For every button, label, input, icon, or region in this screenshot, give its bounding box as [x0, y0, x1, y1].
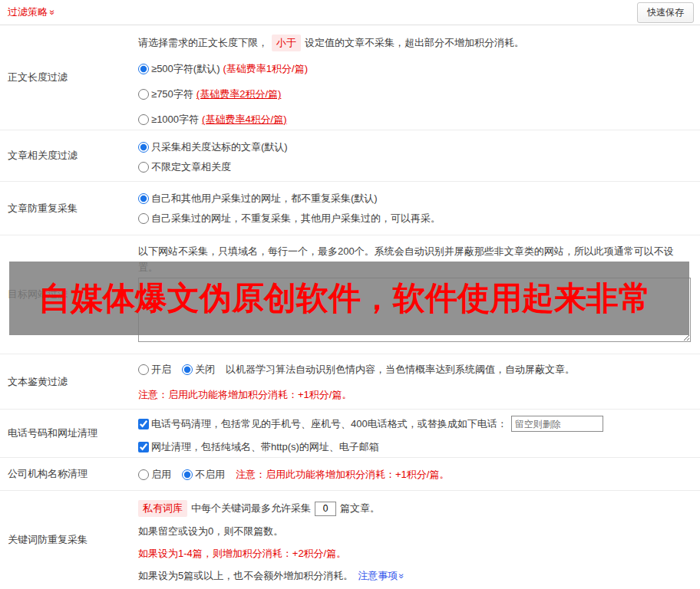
- watermark-banner: 自媒体爆文伪原创软件，软件使用起来非常: [9, 262, 689, 335]
- option-text: ≥500字符(默认): [151, 61, 220, 77]
- quick-save-button[interactable]: 快速保存: [637, 2, 694, 23]
- keyword-limit-suffix: 篇文章。: [340, 501, 380, 516]
- radio-option-company-enable[interactable]: 启用: [138, 467, 171, 482]
- keyword-note-5plus: 如果设为5篇或以上，也不会额外增加积分消耗。 注意事项 »: [138, 568, 691, 584]
- radio-500-chars[interactable]: [138, 64, 149, 74]
- radio-option-porn-off[interactable]: 关闭: [182, 362, 215, 377]
- porn-filter-description: 以机器学习算法自动识别色情内容，当色情概率达到系统阈值，自动屏蔽文章。: [226, 362, 575, 377]
- row-content: 开启 关闭 以机器学习算法自动识别色情内容，当色情概率达到系统阈值，自动屏蔽文章…: [130, 354, 700, 409]
- body-length-intro: 请选择需求的正文长度下限， 小于 设定值的文章不采集，超出部分不增加积分消耗。: [138, 35, 691, 51]
- radio-750-chars[interactable]: [138, 89, 149, 100]
- option-text: 网址清理，包括纯域名、带http(s)的网址、电子邮箱: [151, 439, 379, 455]
- row-label-body-length: 正文长度过滤: [0, 25, 130, 130]
- keyword-limit-text: 中每个关键词最多允许采集: [191, 501, 311, 516]
- company-cleanup-options: 启用 不启用 注意：启用此功能将增加积分消耗：+1积分/篇。: [138, 467, 691, 482]
- row-keyword-dedup: 关键词防重复采集 私有词库 中每个关键词最多允许采集 篇文章。 如果留空或设为0…: [0, 491, 700, 589]
- radio-option-500-chars[interactable]: ≥500字符(默认) (基础费率1积分/篇): [138, 61, 691, 77]
- radio-option-1000-chars[interactable]: ≥1000字符 (基础费率4积分/篇): [138, 112, 691, 127]
- less-than-highlight: 小于: [272, 35, 301, 51]
- row-content: 自己和其他用户采集过的网址，都不重复采集(默认) 自己采集过的网址，不重复采集，…: [130, 182, 700, 235]
- radio-company-enable[interactable]: [138, 469, 149, 480]
- option-text: 启用: [151, 467, 171, 482]
- row-dedup-collection: 文章防重复采集 自己和其他用户采集过的网址，都不重复采集(默认) 自己采集过的网…: [0, 182, 700, 235]
- row-content: 启用 不启用 注意：启用此功能将增加积分消耗：+1积分/篇。: [130, 458, 700, 490]
- checkbox-url-cleanup[interactable]: [138, 442, 149, 452]
- radio-dedup-self-only[interactable]: [138, 213, 149, 224]
- option-text: ≥1000字符: [151, 112, 199, 127]
- keyword-limit-line: 私有词库 中每个关键词最多允许采集 篇文章。: [138, 500, 691, 517]
- row-relevance-filter: 文章相关度过滤 只采集相关度达标的文章(默认) 不限定文章相关度: [0, 130, 700, 182]
- radio-dedup-all-users[interactable]: [138, 193, 149, 204]
- row-label-phone-url: 电话号码和网址清理: [0, 410, 130, 457]
- row-company-name-cleanup: 公司机构名称清理 启用 不启用 注意：启用此功能将增加积分消耗：+1积分/篇。: [0, 458, 700, 491]
- radio-option-porn-on[interactable]: 开启: [138, 362, 171, 377]
- row-label-company: 公司机构名称清理: [0, 458, 130, 490]
- chevron-double-down-icon: »: [48, 10, 57, 15]
- notes-link[interactable]: 注意事项: [358, 568, 398, 584]
- intro-pre-text: 请选择需求的正文长度下限，: [138, 35, 268, 51]
- keyword-count-input[interactable]: [315, 502, 336, 516]
- option-text: 关闭: [195, 362, 215, 377]
- option-text: 不启用: [195, 467, 225, 482]
- radio-company-disable[interactable]: [182, 469, 193, 480]
- filter-strategy-toggle[interactable]: 过滤策略 »: [8, 5, 55, 19]
- porn-filter-options: 开启 关闭 以机器学习算法自动识别色情内容，当色情概率达到系统阈值，自动屏蔽文章…: [138, 362, 691, 377]
- radio-option-relevance-strict[interactable]: 只采集相关度达标的文章(默认): [138, 140, 691, 155]
- filter-settings-page: 过滤策略 » 快速保存 正文长度过滤 请选择需求的正文长度下限， 小于 设定值的…: [0, 0, 700, 589]
- checkbox-option-phone-cleanup[interactable]: 电话号码清理，包括常见的手机号、座机号、400电话格式，或替换成如下电话：: [138, 416, 507, 432]
- phone-cleanup-line: 电话号码清理，包括常见的手机号、座机号、400电话格式，或替换成如下电话：: [138, 416, 691, 432]
- radio-option-dedup-self-only[interactable]: 自己采集过的网址，不重复采集，其他用户采集过的，可以再采。: [138, 211, 691, 226]
- checkbox-option-url-cleanup[interactable]: 网址清理，包括纯域名、带http(s)的网址、电子邮箱: [138, 439, 691, 455]
- row-content: 请选择需求的正文长度下限， 小于 设定值的文章不采集，超出部分不增加积分消耗。 …: [130, 25, 700, 130]
- radio-porn-on[interactable]: [138, 364, 149, 375]
- porn-filter-cost-note: 注意：启用此功能将增加积分消耗：+1积分/篇。: [138, 387, 691, 403]
- row-content: 电话号码清理，包括常见的手机号、座机号、400电话格式，或替换成如下电话： 网址…: [130, 410, 700, 457]
- checkbox-phone-cleanup[interactable]: [138, 419, 149, 429]
- row-content: 只采集相关度达标的文章(默认) 不限定文章相关度: [130, 130, 700, 181]
- intro-post-text: 设定值的文章不采集，超出部分不增加积分消耗。: [305, 35, 524, 51]
- option-fee-note: (基础费率4积分/篇): [202, 112, 287, 127]
- radio-1000-chars[interactable]: [138, 114, 149, 125]
- option-text: 自己采集过的网址，不重复采集，其他用户采集过的，可以再采。: [151, 211, 441, 226]
- radio-relevance-strict[interactable]: [138, 142, 149, 153]
- row-label-keyword: 关键词防重复采集: [0, 491, 130, 589]
- radio-option-company-disable[interactable]: 不启用: [182, 467, 225, 482]
- private-lexicon-highlight: 私有词库: [138, 500, 187, 517]
- radio-relevance-any[interactable]: [138, 162, 149, 173]
- row-content: 私有词库 中每个关键词最多允许采集 篇文章。 如果留空或设为0，则不限篇数。 如…: [130, 491, 700, 589]
- option-fee-note: (基础费率1积分/篇): [223, 61, 308, 77]
- option-fee-note: (基础费率2积分/篇): [196, 87, 282, 102]
- radio-option-relevance-any[interactable]: 不限定文章相关度: [138, 160, 691, 175]
- row-label-dedup: 文章防重复采集: [0, 182, 130, 235]
- row-label-relevance: 文章相关度过滤: [0, 130, 130, 181]
- radio-option-750-chars[interactable]: ≥750字符 (基础费率2积分/篇): [138, 87, 691, 102]
- option-text: 电话号码清理，包括常见的手机号、座机号、400电话格式，或替换成如下电话：: [151, 416, 507, 432]
- keyword-note-5plus-text: 如果设为5篇或以上，也不会额外增加积分消耗。: [138, 568, 353, 584]
- page-header: 过滤策略 » 快速保存: [0, 0, 700, 25]
- watermark-text: 自媒体爆文伪原创软件，软件使用起来非常: [38, 277, 651, 320]
- option-text: 开启: [151, 362, 171, 377]
- row-porn-filter: 文本鉴黄过滤 开启 关闭 以机器学习算法自动识别色情内容，当色情概率达到系统阈值…: [0, 354, 700, 410]
- radio-porn-off[interactable]: [182, 364, 193, 375]
- keyword-note-zero: 如果留空或设为0，则不限篇数。: [138, 524, 691, 539]
- keyword-note-1-4: 如果设为1-4篇，则增加积分消耗：+2积分/篇。: [138, 546, 691, 561]
- row-label-porn-filter: 文本鉴黄过滤: [0, 354, 130, 409]
- row-phone-url-cleanup: 电话号码和网址清理 电话号码清理，包括常见的手机号、座机号、400电话格式，或替…: [0, 410, 700, 458]
- company-cost-note: 注意：启用此功能将增加积分消耗：+1积分/篇。: [236, 467, 449, 482]
- option-text: ≥750字符: [151, 87, 193, 102]
- page-title: 过滤策略: [8, 5, 48, 19]
- radio-option-dedup-all-users[interactable]: 自己和其他用户采集过的网址，都不重复采集(默认): [138, 191, 691, 206]
- replacement-phone-input[interactable]: [511, 416, 603, 432]
- chevron-double-down-icon[interactable]: »: [398, 574, 407, 579]
- option-text: 自己和其他用户采集过的网址，都不重复采集(默认): [151, 191, 378, 206]
- option-text: 不限定文章相关度: [151, 160, 231, 175]
- option-text: 只采集相关度达标的文章(默认): [151, 140, 288, 155]
- row-body-length-filter: 正文长度过滤 请选择需求的正文长度下限， 小于 设定值的文章不采集，超出部分不增…: [0, 25, 700, 130]
